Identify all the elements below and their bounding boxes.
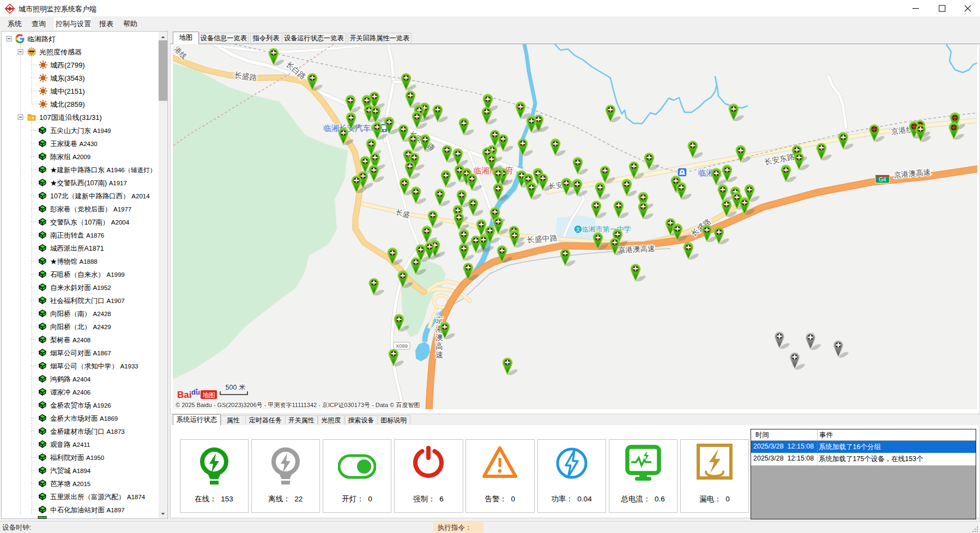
svg-text:© 2025 Baidu - GS(2023)3206号 -: © 2025 Baidu - GS(2023)3206号 - 甲测资字11111…: [176, 402, 420, 408]
svg-text:彭家巷（党校后面） A1977: 彭家巷（党校后面） A1977: [50, 205, 131, 213]
svg-text:500 米: 500 米: [226, 384, 246, 391]
svg-text:澳: 澳: [435, 333, 443, 342]
svg-text:Bai: Bai: [177, 390, 191, 400]
svg-text:速: 速: [435, 350, 443, 359]
svg-text:谭家冲 A2406: 谭家冲 A2406: [50, 389, 90, 396]
svg-text:金桥农贸市场 A1926: 金桥农贸市场 A1926: [50, 402, 111, 409]
svg-text:城中(2151): 城中(2151): [50, 87, 85, 95]
svg-text:107北（建新中路路口西） A2014: 107北（建新中路路口西） A2014: [50, 192, 150, 200]
svg-text:文: 文: [576, 227, 580, 232]
svg-text:金桥建材市场门口 A1873: 金桥建材市场门口 A1873: [50, 428, 125, 435]
svg-text:鸿鹤路 A2404: 鸿鹤路 A2404: [50, 375, 91, 383]
svg-text:临湘市第一中学: 临湘市第一中学: [582, 225, 631, 233]
svg-text:du: du: [191, 388, 200, 396]
svg-text:社会福利院大门口 A1907: 社会福利院大门口 A1907: [50, 297, 125, 305]
svg-text:中石化加油站对面 A1897: 中石化加油站对面 A1897: [50, 506, 125, 514]
svg-text:G4: G4: [879, 177, 886, 183]
svg-text:金桥大市场对面 A1869: 金桥大市场对面 A1869: [50, 415, 118, 422]
svg-text:临湘路灯: 临湘路灯: [27, 35, 56, 43]
svg-text:汽贸城 A1894: 汽贸城 A1894: [50, 467, 91, 475]
svg-text:五尖山大门东 A1949: 五尖山大门东 A1949: [50, 127, 111, 135]
svg-text:观音路 A2411: 观音路 A2411: [50, 441, 90, 449]
svg-text:石咀桥（自来水） A1999: 石咀桥（自来水） A1999: [50, 271, 125, 278]
svg-text:陈家组 A2009: 陈家组 A2009: [50, 153, 90, 161]
svg-text:福利院对面 A1950: 福利院对面 A1950: [50, 454, 104, 462]
svg-text:梨树巷 A2408: 梨树巷 A2408: [50, 336, 90, 344]
svg-text:向阳桥（南） A2428: 向阳桥（南） A2428: [50, 310, 111, 318]
svg-text:自来水斜对面 A1952: 自来水斜对面 A1952: [50, 284, 111, 292]
svg-text:南正街转盘 A1876: 南正街转盘 A1876: [50, 232, 104, 239]
svg-text:高: 高: [435, 342, 443, 350]
svg-text:107国道沿线(31/31): 107国道沿线(31/31): [39, 113, 102, 122]
svg-text:王家珑巷 A2430: 王家珑巷 A2430: [50, 140, 98, 148]
svg-text:烟草公司（求知中学） A1933: 烟草公司（求知中学） A1933: [50, 362, 138, 370]
svg-text:★交警队西(107南) A1917: ★交警队西(107南) A1917: [50, 179, 127, 187]
svg-text:地图: 地图: [203, 392, 215, 398]
svg-text:向阳桥（北） A2429: 向阳桥（北） A2429: [50, 323, 111, 331]
svg-text:★建新中路路口东 A1946（辅道灯）: ★建新中路路口东 A1946（辅道灯）: [50, 166, 156, 174]
svg-text:城西派出所A1871: 城西派出所A1871: [50, 245, 104, 252]
svg-text:交警队东（107南） A2004: 交警队东（107南） A2004: [50, 219, 130, 226]
svg-text:五里派出所（富源汽配） A1874: 五里派出所（富源汽配） A1874: [50, 493, 146, 501]
svg-text:X089: X089: [396, 343, 408, 349]
svg-text:烟草公司对面 A1867: 烟草公司对面 A1867: [50, 349, 111, 357]
svg-text:城西(2799): 城西(2799): [50, 61, 85, 69]
svg-text:芭茅塘 A2015: 芭茅塘 A2015: [50, 480, 90, 488]
svg-text:城北(2859): 城北(2859): [50, 100, 85, 108]
svg-text:光照度传感器: 光照度传感器: [39, 48, 82, 56]
svg-text:城东(3543): 城东(3543): [50, 74, 85, 82]
svg-text:★博物馆 A1888: ★博物馆 A1888: [50, 258, 98, 265]
